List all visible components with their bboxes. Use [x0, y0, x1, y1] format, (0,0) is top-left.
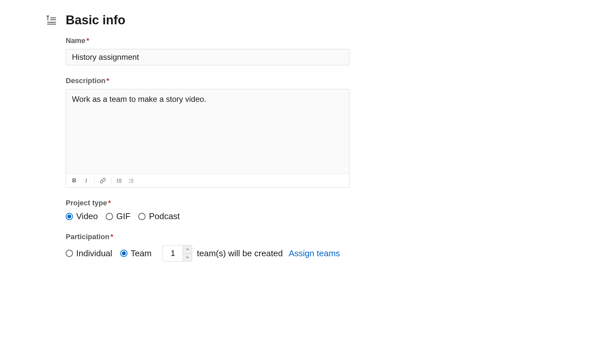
svg-point-7: [117, 180, 118, 181]
chevron-down-icon: [186, 256, 189, 258]
project-type-radio-video[interactable]: Video: [66, 211, 98, 221]
basic-info-form: Basic info Name* Description* Work as a …: [66, 13, 437, 262]
numbered-list-button[interactable]: 1 2: [126, 175, 137, 186]
bold-button[interactable]: B: [69, 175, 80, 186]
radio-circle: [106, 213, 113, 220]
team-count-stepper: [163, 245, 192, 262]
stepper-up-button[interactable]: [183, 245, 192, 254]
svg-text:2: 2: [129, 181, 130, 183]
editor-toolbar: B I: [66, 173, 349, 187]
project-type-field-group: Project type* Video GIF Podcast: [66, 199, 437, 221]
name-field-group: Name*: [66, 36, 437, 65]
radio-label: Individual: [76, 248, 112, 259]
project-type-label: Project type*: [66, 199, 437, 207]
svg-text:1: 1: [129, 178, 130, 180]
required-mark: *: [106, 77, 109, 85]
svg-point-8: [117, 182, 118, 182]
chevron-up-icon: [186, 248, 189, 250]
participation-radio-individual[interactable]: Individual: [66, 248, 112, 259]
participation-label: Participation*: [66, 233, 437, 241]
description-label-text: Description: [66, 77, 105, 85]
required-mark: *: [86, 36, 89, 45]
radio-label: Team: [131, 248, 152, 259]
rich-text-editor: Work as a team to make a story video. B …: [66, 89, 349, 188]
participation-radio-group: Individual Team: [66, 245, 437, 262]
stepper-down-button[interactable]: [183, 254, 192, 262]
italic-button[interactable]: I: [80, 175, 92, 186]
participation-label-text: Participation: [66, 233, 109, 241]
stepper-buttons: [183, 245, 192, 261]
team-count-wrap: team(s) will be created Assign teams: [163, 245, 340, 262]
description-editor-area[interactable]: Work as a team to make a story video.: [66, 89, 349, 173]
project-type-radio-gif[interactable]: GIF: [106, 211, 130, 221]
name-label: Name*: [66, 36, 437, 45]
project-type-radio-group: Video GIF Podcast: [66, 211, 437, 221]
name-input[interactable]: [66, 49, 349, 65]
text-lines-icon: [46, 14, 58, 27]
link-button[interactable]: [97, 175, 108, 186]
teams-created-text: team(s) will be created: [197, 248, 283, 259]
assign-teams-link[interactable]: Assign teams: [289, 248, 340, 259]
required-mark: *: [110, 233, 113, 241]
bullet-list-icon: [117, 178, 123, 184]
project-type-label-text: Project type: [66, 199, 107, 207]
participation-radio-team[interactable]: Team: [120, 248, 152, 259]
svg-point-6: [117, 179, 118, 179]
radio-circle: [66, 250, 73, 257]
required-mark: *: [108, 199, 111, 207]
link-icon: [100, 178, 106, 184]
project-type-radio-podcast[interactable]: Podcast: [138, 211, 180, 221]
radio-circle: [120, 250, 127, 257]
description-label: Description*: [66, 77, 437, 85]
description-field-group: Description* Work as a team to make a st…: [66, 77, 437, 188]
radio-label: Video: [76, 211, 98, 221]
radio-circle: [138, 213, 146, 220]
toolbar-separator: [111, 177, 111, 184]
participation-field-group: Participation* Individual Team: [66, 233, 437, 262]
section-title: Basic info: [66, 13, 125, 27]
name-label-text: Name: [66, 36, 85, 45]
section-header: Basic info: [46, 13, 437, 27]
bullet-list-button[interactable]: [114, 175, 125, 186]
radio-circle: [66, 213, 73, 220]
team-count-input[interactable]: [163, 245, 183, 261]
numbered-list-icon: 1 2: [128, 178, 134, 184]
radio-label: GIF: [116, 211, 130, 221]
toolbar-separator: [94, 177, 95, 184]
radio-label: Podcast: [149, 211, 180, 221]
